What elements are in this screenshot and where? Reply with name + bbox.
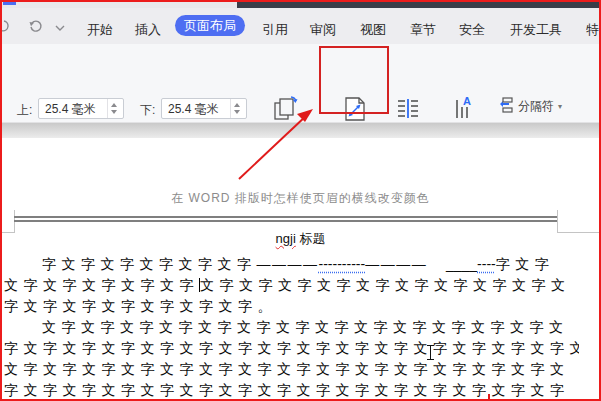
tab-view[interactable]: 视图	[360, 21, 386, 37]
tab-references[interactable]: 引用	[262, 21, 288, 37]
text-direction-icon: A	[432, 92, 494, 126]
title-misspelled-word: ngji	[276, 231, 296, 246]
ibeam-cursor	[426, 345, 435, 360]
margin-bottom-input[interactable]: 25.4 毫米	[161, 98, 247, 119]
wps-word-window: 开始 插入 页面布局 引用 审阅 视图 章节 安全 开发工具 特色 ▾ 上: 2…	[0, 0, 601, 401]
breaks-button[interactable]: 分隔符 ▾	[497, 97, 562, 115]
tab-section[interactable]: 章节	[410, 21, 436, 37]
tab-features-cropped[interactable]: 特色	[586, 21, 601, 37]
paper-orientation-icon	[250, 92, 320, 126]
body-line-5: 字文字文字文字文字文字文字文字文字文字文字文字文字文字文字文字	[4, 340, 579, 361]
undo-icon[interactable]	[0, 18, 10, 38]
tab-review[interactable]: 审阅	[310, 21, 336, 37]
page-header-text: 在 WORD 排版时怎样使页眉的横线改变颜色	[0, 190, 601, 207]
body-line-4: 文字文字文字文字文字文字文字文字文字文字文字文字文字文	[4, 319, 579, 340]
toolbar-chevron-down-icon[interactable]	[54, 20, 66, 38]
document-page[interactable]: 在 WORD 排版时怎样使页眉的横线改变颜色 ngji 标题 字文字文字文字文字…	[0, 138, 601, 401]
body-line-6: 文字文字文字文字文字文字文字文字文字文字文字文字文字文字文	[4, 361, 579, 382]
margin-bottom-spinner[interactable]	[230, 99, 244, 118]
margin-top-input[interactable]: 25.4 毫米	[38, 98, 124, 119]
header-rule-line-top	[14, 216, 557, 218]
tab-developer[interactable]: 开发工具	[510, 21, 562, 37]
margin-top-label: 上:	[17, 102, 32, 119]
red-tick-mark	[488, 394, 490, 400]
tab-page-layout-active[interactable]: 页面布局	[175, 15, 245, 36]
svg-text:A: A	[463, 95, 471, 107]
header-rule-line-bottom	[14, 220, 557, 222]
columns-icon	[385, 92, 431, 126]
workspace-gap	[0, 123, 601, 138]
document-title: ngji 标题	[0, 230, 601, 248]
redo-icon[interactable]	[28, 18, 44, 38]
body-line-7: 字文字文字文字文字文字文字文字文字文字文字文字文字文字文字	[4, 382, 579, 401]
margin-bottom-value: 25.4 毫米	[168, 102, 219, 116]
tab-security[interactable]: 安全	[459, 21, 485, 37]
tab-insert[interactable]: 插入	[135, 21, 161, 37]
body-line-1: 字文字文字文字文字文字————----------———— ____----字文…	[4, 256, 579, 277]
body-line-2: 文字文字文字文字文字文字文字文字文字文字文字文字文字文字文	[4, 277, 579, 298]
paper-size-icon	[320, 92, 390, 126]
titlebar-blue-fragment	[3, 0, 16, 5]
titlebar-dark-strip	[237, 0, 601, 8]
margin-bottom-label: 下:	[140, 102, 155, 119]
breaks-icon	[497, 97, 514, 116]
margin-top-value: 25.4 毫米	[45, 102, 96, 116]
margin-top-spinner[interactable]	[107, 99, 121, 118]
titlebar-sliver	[0, 0, 601, 8]
tab-home[interactable]: 开始	[87, 21, 113, 37]
menu-bar: 开始 插入 页面布局 引用 审阅 视图 章节 安全 开发工具 特色	[0, 8, 601, 44]
ribbon-page-layout: ▾ 上: 25.4 毫米 下: 25.4 毫米 左: 31.8 毫米 右: 31…	[0, 44, 601, 123]
chevron-down-icon: ▾	[558, 102, 562, 111]
body-line-3: 字文字文字文字文字文字文字。	[4, 298, 579, 319]
